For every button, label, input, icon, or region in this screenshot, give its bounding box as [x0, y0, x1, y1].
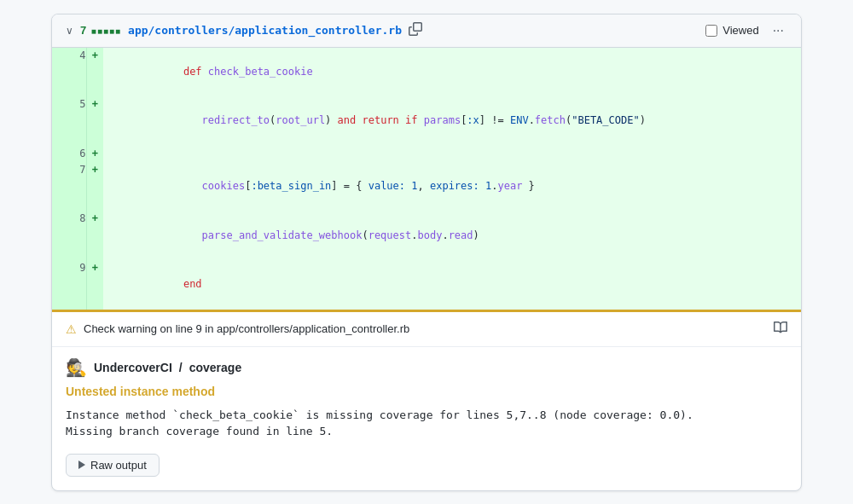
line-number: 5	[52, 96, 86, 146]
diff-code: def check_beta_cookie	[103, 48, 801, 97]
diff-code: redirect_to(root_url) and return if para…	[103, 96, 801, 146]
check-org: UndercoverCI	[94, 361, 172, 374]
table-row: 4 + def check_beta_cookie	[52, 48, 801, 97]
diff-code: parse_and_validate_webhook(request.body.…	[103, 211, 801, 260]
check-name: coverage	[189, 361, 241, 374]
line-number: 9	[52, 260, 86, 310]
diff-sign: +	[86, 260, 103, 310]
diff-sign: +	[86, 162, 103, 211]
description-line1: Instance method `check_beta_cookie` is m…	[66, 408, 693, 421]
line-number: 4	[52, 48, 86, 97]
diff-code	[103, 146, 801, 162]
raw-output-button[interactable]: Raw output	[66, 454, 160, 477]
raw-output-label: Raw output	[90, 459, 147, 472]
warning-section: ⚠ Check warning on line 9 in app/control…	[52, 310, 801, 490]
line-number: 6	[52, 146, 86, 162]
warning-body: 🕵 UndercoverCI / coverage Untested insta…	[52, 346, 801, 490]
table-row: 7 + cookies[:beta_sign_in] = { value: 1,…	[52, 162, 801, 211]
table-row: 9 + end	[52, 260, 801, 310]
file-header-left: ∨ 7 ■■■■■ app/controllers/application_co…	[66, 22, 422, 38]
check-avatar: 🕵	[66, 357, 87, 378]
diff-sign: +	[86, 146, 103, 162]
table-row: 5 + redirect_to(root_url) and return if …	[52, 96, 801, 146]
diff-table: 4 + def check_beta_cookie 5 + redirect_t…	[52, 48, 801, 310]
line-number: 7	[52, 162, 86, 211]
file-name: app/controllers/application_controller.r…	[128, 24, 402, 37]
diff-sign: +	[86, 96, 103, 146]
warning-action-icon[interactable]	[774, 321, 787, 338]
warning-header-left: ⚠ Check warning on line 9 in app/control…	[66, 322, 409, 336]
warning-text: Check warning on line 9 in app/controlle…	[84, 322, 409, 335]
diff-code: cookies[:beta_sign_in] = { value: 1, exp…	[103, 162, 801, 211]
viewed-label: Viewed	[722, 24, 758, 37]
viewed-input[interactable]	[705, 25, 717, 37]
diff-blocks: ■■■■■	[91, 26, 121, 36]
copy-icon[interactable]	[409, 22, 422, 38]
diff-card: ∨ 7 ■■■■■ app/controllers/application_co…	[51, 14, 802, 491]
warning-header: ⚠ Check warning on line 9 in app/control…	[52, 312, 801, 346]
line-number: 8	[52, 211, 86, 260]
table-row: 6 +	[52, 146, 801, 162]
triangle-icon	[78, 461, 85, 469]
viewed-checkbox[interactable]: Viewed	[705, 24, 758, 37]
diff-sign: +	[86, 211, 103, 260]
diff-count: 7 ■■■■■	[80, 24, 121, 37]
check-sep: /	[179, 361, 183, 374]
file-header-right: Viewed ···	[705, 21, 787, 40]
diff-code: end	[103, 260, 801, 310]
check-description: Instance method `check_beta_cookie` is m…	[66, 407, 787, 440]
chevron-icon[interactable]: ∨	[66, 25, 73, 37]
check-title: 🕵 UndercoverCI / coverage	[66, 357, 787, 378]
diff-sign: +	[86, 48, 103, 97]
more-options-button[interactable]: ···	[769, 21, 787, 40]
check-status: Untested instance method	[66, 385, 787, 398]
description-line2: Missing branch coverage found in line 5.	[66, 425, 333, 437]
file-header: ∨ 7 ■■■■■ app/controllers/application_co…	[52, 14, 801, 48]
table-row: 8 + parse_and_validate_webhook(request.b…	[52, 211, 801, 260]
warning-icon: ⚠	[66, 322, 77, 336]
